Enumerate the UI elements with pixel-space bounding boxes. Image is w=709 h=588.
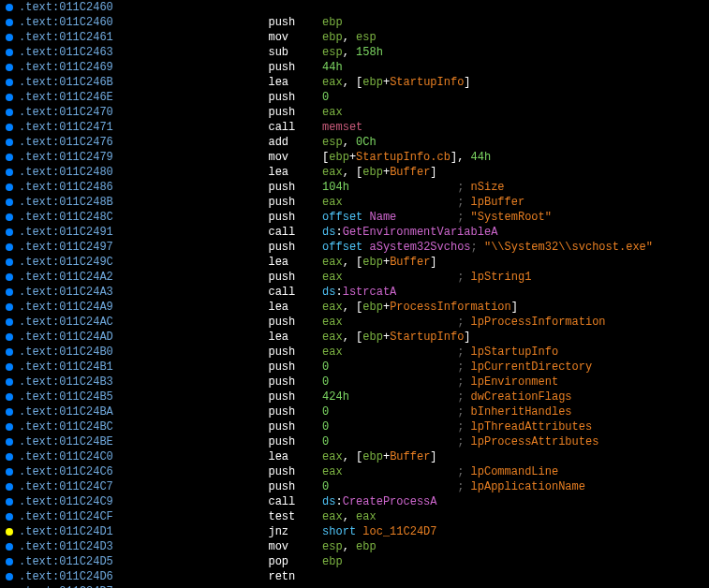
mnemonic: mov (268, 540, 288, 553)
operand-ext: CreateProcessA (343, 495, 437, 508)
disasm-row[interactable]: .text:011C24AD lea eax, [ebp+StartupInfo… (0, 330, 709, 345)
operand-comma: , (343, 136, 356, 149)
operand-comma: , (343, 166, 356, 179)
breakpoint-gutter[interactable] (0, 318, 19, 326)
mnemonic: sub (268, 46, 288, 59)
breakpoint-gutter[interactable] (0, 423, 19, 431)
breakpoint-gutter[interactable] (0, 49, 19, 56)
disasm-row[interactable]: .text:011C2461 mov ebp, esp (0, 30, 709, 45)
breakpoint-gutter[interactable] (0, 303, 19, 311)
disasm-row[interactable]: .text:011C2460 (0, 0, 709, 15)
disasm-row[interactable]: .text:011C246E push 0 (0, 90, 709, 105)
disasm-row[interactable]: .text:011C2463 sub esp, 158h (0, 45, 709, 60)
breakpoint-gutter[interactable] (0, 348, 19, 356)
breakpoint-gutter[interactable] (0, 243, 19, 251)
breakpoint-gutter[interactable] (0, 468, 19, 476)
breakpoint-gutter[interactable] (0, 109, 19, 116)
disasm-row[interactable]: .text:011C2471 call memset (0, 120, 709, 135)
breakpoint-gutter[interactable] (0, 498, 19, 506)
disasm-row[interactable]: .text:011C24D7 ; -----------------------… (0, 584, 709, 588)
operand-reg: ebp (322, 31, 343, 44)
disasm-code: .text:011C24D5 pop ebp (19, 554, 343, 569)
breakpoint-gutter[interactable] (0, 64, 19, 71)
breakpoint-gutter[interactable] (0, 19, 19, 26)
disasm-row[interactable]: .text:011C2460 push ebp (0, 15, 709, 30)
breakpoint-gutter[interactable] (0, 333, 19, 341)
disasm-row[interactable]: .text:011C24A9 lea eax, [ebp+ProcessInfo… (0, 300, 709, 315)
breakpoint-gutter[interactable] (0, 4, 19, 11)
breakpoint-gutter[interactable] (0, 528, 19, 536)
disasm-row[interactable]: .text:011C248C push offset Name ; "Syste… (0, 210, 709, 225)
breakpoint-gutter[interactable] (0, 184, 19, 191)
breakpoint-gutter[interactable] (0, 543, 19, 551)
breakpoint-icon (6, 558, 13, 566)
breakpoint-gutter[interactable] (0, 558, 19, 566)
breakpoint-gutter[interactable] (0, 169, 19, 176)
operand-reg: esp (322, 46, 343, 59)
operand-punct: : (336, 286, 343, 299)
disasm-row[interactable]: .text:011C24B1 push 0 ; lpCurrentDirecto… (0, 360, 709, 375)
disasm-row[interactable]: .text:011C24BA push 0 ; bInheritHandles (0, 404, 709, 419)
disasm-row[interactable]: .text:011C24C6 push eax ; lpCommandLine (0, 464, 709, 479)
breakpoint-gutter[interactable] (0, 408, 19, 416)
breakpoint-gutter[interactable] (0, 438, 19, 446)
disasm-row[interactable]: .text:011C24C0 lea eax, [ebp+Buffer] (0, 449, 709, 464)
breakpoint-gutter[interactable] (0, 573, 19, 581)
disasm-row[interactable]: .text:011C2486 push 104h ; nSize (0, 180, 709, 195)
disasm-row[interactable]: .text:011C24A3 call ds:lstrcatA (0, 285, 709, 300)
disasm-row[interactable]: .text:011C24C9 call ds:CreateProcessA (0, 494, 709, 509)
operand-num: 0 (322, 91, 329, 104)
breakpoint-gutter[interactable] (0, 273, 19, 281)
disasm-row[interactable]: .text:011C24D6 retn (0, 569, 709, 584)
mnemonic: push (268, 271, 295, 284)
breakpoint-gutter[interactable] (0, 483, 19, 491)
disasm-row[interactable]: .text:011C24D3 mov esp, ebp (0, 539, 709, 554)
mnemonic: call (268, 121, 295, 134)
disasm-row[interactable]: .text:011C2476 add esp, 0Ch (0, 135, 709, 150)
address-label: .text:011C24A9 (19, 301, 113, 314)
disasm-row[interactable]: .text:011C2470 push eax (0, 105, 709, 120)
breakpoint-gutter[interactable] (0, 34, 19, 41)
disasm-row[interactable]: .text:011C2491 call ds:GetEnvironmentVar… (0, 225, 709, 240)
disasm-row[interactable]: .text:011C246B lea eax, [ebp+StartupInfo… (0, 75, 709, 90)
disasm-row[interactable]: .text:011C24BE push 0 ; lpProcessAttribu… (0, 434, 709, 449)
disasm-row[interactable]: .text:011C24D5 pop ebp (0, 554, 709, 569)
disasm-row[interactable]: .text:011C24A2 push eax ; lpString1 (0, 270, 709, 285)
breakpoint-gutter[interactable] (0, 393, 19, 401)
disasm-row[interactable]: .text:011C24CF test eax, eax (0, 509, 709, 524)
comment-text: lpThreadAttributes (471, 420, 593, 434)
breakpoint-gutter[interactable] (0, 124, 19, 131)
breakpoint-gutter[interactable] (0, 139, 19, 146)
disasm-row[interactable]: .text:011C24D1 jnz short loc_11C24D7 (0, 524, 709, 539)
breakpoint-gutter[interactable] (0, 453, 19, 461)
disasm-row[interactable]: .text:011C2469 push 44h (0, 60, 709, 75)
breakpoint-gutter[interactable] (0, 154, 19, 161)
disasm-row[interactable]: .text:011C2497 push offset aSystem32Svch… (0, 240, 709, 255)
breakpoint-gutter[interactable] (0, 198, 19, 206)
breakpoint-gutter[interactable] (0, 363, 19, 371)
breakpoint-gutter[interactable] (0, 228, 19, 236)
breakpoint-gutter[interactable] (0, 288, 19, 296)
breakpoint-gutter[interactable] (0, 513, 19, 521)
breakpoint-icon (6, 408, 13, 416)
disasm-row[interactable]: .text:011C24B0 push eax ; lpStartupInfo (0, 345, 709, 360)
disasm-row[interactable]: .text:011C24B5 push 424h ; dwCreationFla… (0, 390, 709, 404)
disasm-row[interactable]: .text:011C249C lea eax, [ebp+Buffer] (0, 255, 709, 270)
operand-comma: , (343, 46, 356, 59)
disassembly-listing[interactable]: .text:011C2460.text:011C2460 push ebp.te… (0, 0, 709, 588)
breakpoint-gutter[interactable] (0, 213, 19, 221)
disasm-row[interactable]: .text:011C24AC push eax ; lpProcessInfor… (0, 315, 709, 330)
breakpoint-gutter[interactable] (0, 94, 19, 101)
disasm-row[interactable]: .text:011C24B3 push 0 ; lpEnvironment (0, 375, 709, 390)
operand-reg: esp (322, 136, 343, 149)
breakpoint-gutter[interactable] (0, 79, 19, 86)
breakpoint-gutter[interactable] (0, 258, 19, 266)
breakpoint-icon (6, 4, 13, 11)
disasm-row[interactable]: .text:011C2479 mov [ebp+StartupInfo.cb],… (0, 150, 709, 165)
disasm-row[interactable]: .text:011C248B push eax ; lpBuffer (0, 195, 709, 210)
disasm-row[interactable]: .text:011C2480 lea eax, [ebp+Buffer] (0, 165, 709, 180)
disasm-code: .text:011C2497 push offset aSystem32Svch… (19, 240, 653, 255)
breakpoint-gutter[interactable] (0, 378, 19, 386)
disasm-row[interactable]: .text:011C24C7 push 0 ; lpApplicationNam… (0, 479, 709, 494)
disasm-row[interactable]: .text:011C24BC push 0 ; lpThreadAttribut… (0, 419, 709, 434)
